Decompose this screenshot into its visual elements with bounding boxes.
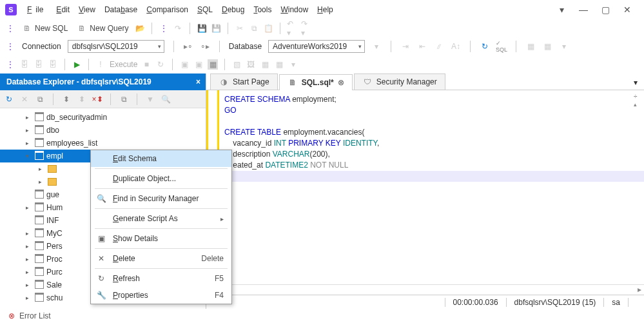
t3-icon[interactable]: ▦ (208, 59, 218, 70)
minimize-button[interactable]: — (578, 5, 589, 15)
status-user: sa (603, 298, 628, 307)
code-editor[interactable]: CREATE SCHEMA employment; GO CREATE TABL… (206, 90, 644, 186)
outdent-icon[interactable]: ⇤ (417, 41, 427, 52)
db3-icon[interactable]: 🗄 (48, 59, 58, 70)
ctx-edit-schema[interactable]: Edit Schema (91, 150, 231, 167)
g1-icon[interactable]: ▧ (231, 59, 242, 70)
ctx-show-details[interactable]: ▣Show Details (91, 230, 231, 247)
f3-icon[interactable]: ×⬍ (92, 94, 102, 104)
ctx-refresh[interactable]: ↻RefreshF5 (91, 270, 231, 287)
connection-combo[interactable]: dbfsqlsrv\SQL2019 (68, 40, 164, 53)
scroll-up-icon[interactable]: ▴ (634, 101, 641, 108)
target2-icon[interactable]: ∘▸ (200, 41, 210, 52)
refresh-icon[interactable]: ↻ (4, 94, 14, 104)
delete-icon[interactable]: ✕ (19, 94, 30, 104)
scroll-right-icon[interactable]: ▸ (635, 285, 644, 295)
menu-edit[interactable]: Edit (52, 3, 73, 17)
menu-debug[interactable]: Debug (218, 3, 248, 17)
copy-icon[interactable]: ⧉ (249, 23, 259, 34)
tree-node[interactable]: ▸db_securityadmin (0, 111, 206, 124)
error-icon: ⊗ (6, 311, 17, 321)
menu-file[interactable]: File (23, 3, 51, 17)
stop-icon[interactable]: ■ (141, 59, 151, 70)
close-panel-icon[interactable]: × (196, 77, 200, 86)
menu-view[interactable]: View (75, 3, 99, 17)
filter-icon[interactable]: ▼ (145, 94, 155, 104)
menu-icon[interactable]: ⋮ (5, 59, 15, 70)
grid2-icon[interactable]: ▦ (542, 41, 552, 52)
close-tab-icon[interactable]: ⊗ (338, 78, 344, 87)
exclaim-icon: ! (95, 59, 106, 70)
grid-icon[interactable]: ▦ (525, 41, 536, 52)
sql-label-icon[interactable]: ✓SQL (496, 41, 507, 52)
tree-node[interactable]: ▸employees_list (0, 137, 206, 150)
maximize-button[interactable]: ▢ (600, 5, 610, 15)
save-icon[interactable]: 💾 (197, 23, 207, 34)
f2-icon[interactable]: ⬍ (77, 94, 87, 104)
g3-icon[interactable]: ▦ (260, 59, 270, 70)
step-icon[interactable]: ↻ (155, 59, 166, 70)
ctx-delete[interactable]: ✕DeleteDelete (91, 250, 231, 267)
undo-icon[interactable]: ↷ (173, 23, 183, 34)
refresh-icon[interactable]: ↻ (480, 41, 490, 52)
redo-icon[interactable]: ↷ ▾ (301, 23, 311, 34)
menu-icon[interactable]: ⋮ (5, 23, 15, 34)
db1-icon[interactable]: 🗄 (19, 59, 30, 70)
g2-icon[interactable]: 🖼 (246, 59, 256, 70)
status-time: 00:00:00.036 (445, 298, 506, 307)
a-icon[interactable]: A↕ (451, 41, 461, 52)
dropdown-icon[interactable]: ▾ (556, 5, 567, 15)
more-icon[interactable]: ▾ (559, 41, 569, 52)
start-icon: ◑ (219, 77, 229, 87)
execute-button[interactable]: Execute (110, 60, 137, 69)
play-icon[interactable]: ▶ (72, 59, 82, 70)
new-sql-button[interactable]: 🗎New SQL (19, 22, 70, 35)
tab-sql[interactable]: 🗎SQL.sql*⊗ (279, 74, 353, 90)
ctx-duplicate-object-[interactable]: Duplicate Object... (91, 170, 231, 187)
open-icon[interactable]: 📂 (135, 23, 145, 34)
indent-icon[interactable]: ⇥ (400, 41, 411, 52)
scroll-split-icon[interactable]: ÷ (634, 93, 641, 100)
menu-database[interactable]: Database (101, 3, 141, 17)
copy-icon[interactable]: ⧉ (119, 94, 129, 104)
error-list-tab[interactable]: ⊗ Error List (0, 309, 51, 323)
dd-icon[interactable]: ▾ (288, 59, 298, 70)
ctx-generate-script-as[interactable]: Generate Script As▸ (91, 210, 231, 227)
f1-icon[interactable]: ⬍ (61, 94, 72, 104)
comment-icon[interactable]: ⫽ (434, 41, 444, 52)
t1-icon[interactable]: ▣ (179, 59, 190, 70)
saveall-icon[interactable]: 💾 (211, 23, 221, 34)
menu-window[interactable]: Window (277, 3, 312, 17)
close-button[interactable]: ✕ (622, 5, 632, 15)
tab-start-page[interactable]: ◑Start Page (210, 73, 278, 90)
menu-icon[interactable]: ⋮ (159, 23, 169, 34)
search-icon[interactable]: 🔍 (161, 94, 171, 104)
database-combo[interactable]: AdventureWorks2019 (268, 40, 365, 53)
tab-dropdown-icon[interactable]: ▾ (627, 75, 644, 90)
toolbar-execute: ⋮ 🗄 🗄 🗄 ▶ ! Execute ■ ↻ ▣ ▣ ▦ ▧ 🖼 ▦ ▦ ▾ (0, 55, 644, 73)
new-query-button[interactable]: 🗎New Query (74, 22, 131, 35)
shield-icon: 🛡 (362, 77, 373, 87)
menu-comparison[interactable]: Comparison (142, 3, 192, 17)
menu-sql[interactable]: SQL (193, 3, 217, 17)
window-icon[interactable]: ⧉ (35, 94, 45, 104)
target-icon[interactable]: ▸∘ (183, 41, 193, 52)
g4-icon[interactable]: ▦ (274, 59, 284, 70)
app-icon: S (5, 4, 17, 15)
cut-icon[interactable]: ✂ (235, 23, 245, 34)
undo-icon[interactable]: ↶ ▾ (287, 23, 297, 34)
dd-icon[interactable]: ▾ (371, 41, 382, 52)
menu-tools[interactable]: Tools (249, 3, 275, 17)
connection-bar: ⋮ Connection dbfsqlsrv\SQL2019 ▸∘ ∘▸ Dat… (0, 37, 644, 55)
t2-icon[interactable]: ▣ (193, 59, 204, 70)
menu-icon[interactable]: ⋮ (5, 41, 15, 52)
editor-tabs: ◑Start Page 🗎SQL.sql*⊗ 🛡Security Manager… (206, 73, 644, 90)
tab-security[interactable]: 🛡Security Manager (354, 73, 445, 90)
tree-node[interactable]: ▸dbo (0, 124, 206, 137)
paste-icon[interactable]: 📋 (263, 23, 273, 34)
db2-icon[interactable]: 🗄 (34, 59, 44, 70)
menu-help[interactable]: Help (313, 3, 337, 17)
connection-label: Connection (22, 42, 61, 51)
ctx-find-in-security-manager[interactable]: 🔍Find in Security Manager (91, 190, 231, 207)
ctx-properties[interactable]: 🔧PropertiesF4 (91, 287, 231, 304)
